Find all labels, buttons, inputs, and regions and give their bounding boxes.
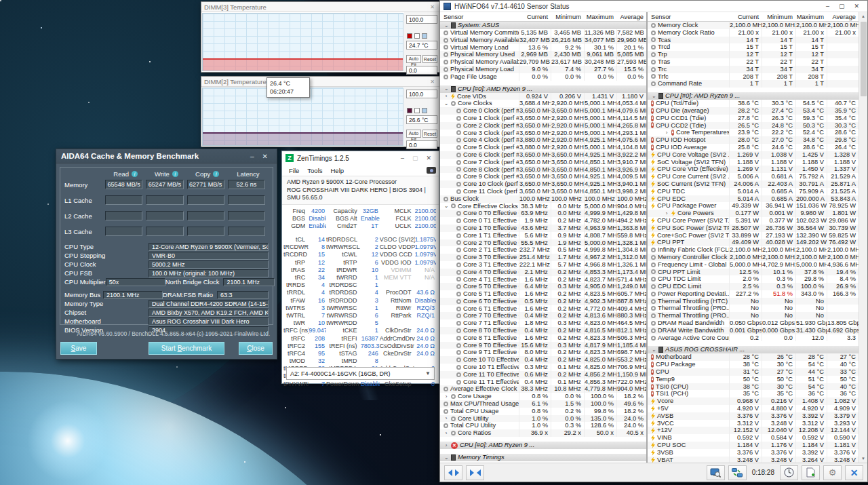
sensor-row[interactable]: Core 7 T1 Effective Cl...1.8 MHz0.3 MHz4… xyxy=(440,319,646,327)
sensor-row[interactable]: CPU SOC1.184 V1.176 V1.184 V1.181 V xyxy=(648,442,859,449)
sensor-row[interactable]: Virtual Memory Committed5,135 MB3,465 MB… xyxy=(440,29,646,37)
sensor-row[interactable]: Physical Memory Available29,709 MB23,617… xyxy=(440,58,646,66)
sensor-row[interactable]: Trfc208 T208 T208 T xyxy=(648,73,859,81)
sensor-row[interactable]: 3VCC3.312 V3.248 V3.312 V3.293 V xyxy=(648,420,859,427)
sensor-row[interactable]: +12V12.152 V12.040 V12.208 V12.144 V xyxy=(648,427,859,434)
grid-color-swatch[interactable] xyxy=(422,33,427,39)
sensor-row[interactable]: Average Active Core Count0.20.012.03.3 xyxy=(648,334,859,342)
settings-button[interactable]: ⚙ xyxy=(823,465,842,480)
sensor-row[interactable]: Tcas14 T14 T14 T xyxy=(648,37,859,44)
sensor-section-row[interactable]: ⌄CPU [#0]: AMD Ryzen 9 ... xyxy=(648,92,859,100)
sensor-row[interactable]: Core 3 T1 Effective Cl...222.1 MHz5.7 MH… xyxy=(440,261,646,269)
grid-color-swatch[interactable] xyxy=(422,108,427,113)
sensor-row[interactable]: Power Reporting Deviati...227.2 %51.8 %3… xyxy=(648,290,859,298)
start-benchmark-button[interactable]: Start Benchmark xyxy=(149,342,224,355)
sensor-row[interactable]: Core 4 T1 Effective Cl...1.6 MHz0.2 MHz4… xyxy=(440,276,646,284)
dimm3-ymax-field[interactable]: 100.0 xyxy=(406,15,437,24)
dimm3-ymin-field[interactable]: 0.0 xyxy=(406,66,437,75)
sensor-row[interactable]: Core 2 T0 Effective Cl...55.5 MHz1.9 MHz… xyxy=(440,239,646,247)
sensor-row[interactable]: CPU31 °C27 °C44 °C33 °C xyxy=(648,368,859,376)
sensor-row[interactable]: ›Core Usage0.8 %0.0 %100.0 %18.2 % xyxy=(440,393,646,400)
sensor-section-row[interactable]: ⌄Memory Timings xyxy=(440,454,646,461)
sensor-row[interactable]: 3VSB3.376 V3.376 V3.392 V3.376 V xyxy=(648,449,859,457)
dimm2-ymax-field[interactable]: 100.0 xyxy=(406,90,437,98)
expand-icon[interactable]: ⌄ xyxy=(443,100,449,107)
sensor-row[interactable]: Core 11 T0 Effective ...0.6 MHz0.2 MHz4,… xyxy=(440,371,646,379)
sensor-row[interactable]: Core 8 Clock (perf #1...3,650.0 MHz3,650… xyxy=(440,166,646,174)
sensor-row[interactable]: CPU Core VID (Effective)1.269 V1.131 V1.… xyxy=(648,166,859,173)
save-button[interactable]: Save xyxy=(60,342,97,355)
sensor-row[interactable]: VBAT3.248 V3.248 V3.264 V3.248 V xyxy=(648,457,859,463)
autofit-button[interactable]: Auto Fit xyxy=(406,55,421,63)
sensor-row[interactable]: Core 9 Clock (perf #6...3,650.0 MHz3,650… xyxy=(440,173,646,180)
sensor-row[interactable]: Average Effective Clock38.3 MHz10.8 MHz4… xyxy=(440,385,646,393)
collapse-columns-button[interactable] xyxy=(466,465,484,480)
sensor-row[interactable]: Thermal Throttling (HTC)NoNoNo xyxy=(648,298,859,305)
aida64-titlebar[interactable]: AIDA64 Cache & Memory Benchmark – ✕ xyxy=(56,149,277,163)
reset-button[interactable]: Reset xyxy=(422,130,437,138)
sensor-row[interactable]: CPU Package38 °C30 °C54 °C40 °C xyxy=(648,361,859,368)
sensor-row[interactable]: Core 0 T1 Effective Cl...1.9 MHz0.2 MHz4… xyxy=(440,217,646,225)
sensor-row[interactable]: Motherboard28 °C26 °C28 °C27 °C xyxy=(648,353,859,361)
sensor-row[interactable]: Core 10 T0 Effective ...0.4 MHz0.2 MHz4,… xyxy=(440,356,646,364)
series-color-swatch[interactable] xyxy=(407,33,412,39)
menu-help[interactable]: Help xyxy=(327,167,349,174)
minimize-button[interactable]: – xyxy=(246,153,258,160)
sensor-row[interactable]: CPU PPT49.409 W40.028 W149.202 W76.492 W xyxy=(648,239,859,246)
close-button[interactable]: Close xyxy=(239,342,273,355)
close-button[interactable]: ✕ xyxy=(849,3,864,9)
scroll-down-icon[interactable]: ▼ xyxy=(861,454,865,463)
minimize-button[interactable]: – xyxy=(397,155,408,161)
sensor-row[interactable]: SoC Voltage (SVI2 TFN)1.188 V1.188 V1.18… xyxy=(648,159,859,166)
sensor-row[interactable]: Frequency Limit - Global5,000.0 MHz4,702… xyxy=(648,261,859,269)
expand-columns-button[interactable] xyxy=(444,465,462,480)
sensor-row[interactable]: Command Rate1 T1 T1 T xyxy=(648,80,859,88)
menu-tools[interactable]: Tools xyxy=(303,167,326,174)
sensor-row[interactable]: Trcd15 T15 T15 T xyxy=(648,43,859,51)
sensor-row[interactable]: Core 5 T1 Effective Cl...1.6 MHz0.2 MHz4… xyxy=(440,290,646,298)
expand-icon[interactable]: › xyxy=(664,130,669,136)
vertical-scrollbar[interactable]: ▲ ▼ xyxy=(859,12,867,463)
sensor-row[interactable]: Page File Usage0.0 %0.0 %0.0 %0.0 % xyxy=(440,73,646,81)
expand-icon[interactable]: › xyxy=(443,393,449,400)
dimm2-ymin-field[interactable]: 0.0 xyxy=(406,140,437,149)
sensor-row[interactable]: CPU TDC Limit2.0 %0.3 %29.8 %8.4 % xyxy=(648,275,859,283)
clock-button[interactable] xyxy=(780,465,798,480)
sensor-row[interactable]: Core 0 T0 Effective Cl...63.9 MHz0.0 MHz… xyxy=(440,210,646,217)
sensor-row[interactable]: CPU Package Power49.339 W36.941 W151.036… xyxy=(648,202,859,210)
sensor-row[interactable]: Vcore0.968 V0.216 V1.408 V1.082 V xyxy=(648,397,859,405)
sensor-section-row[interactable]: ⌄System: ASUS xyxy=(440,22,646,29)
sensor-row[interactable]: Physical Memory Load9.0 %7.4 %27.7 %15.5… xyxy=(440,66,646,73)
screenshot-icon[interactable] xyxy=(427,167,436,174)
close-button[interactable]: ✕ xyxy=(422,155,435,161)
sensor-row[interactable]: Core 10 Clock (perf #...3,650.0 MHz3,650… xyxy=(440,180,646,188)
expand-icon[interactable]: › xyxy=(443,415,449,422)
sensor-row[interactable]: ›Core Powers0.177 W0.001 W9.980 W1.801 W xyxy=(648,210,859,217)
sensor-row[interactable]: Bus Clock100.0 MHz100.0 MHz100.0 MHz100.… xyxy=(440,195,646,203)
sensor-row[interactable]: Core 11 T1 Effective ...0.4 MHz0.1 MHz4,… xyxy=(440,379,646,386)
sensor-row[interactable]: Memory Clock2,100.0 MHz2,100.0 MHz2,100.… xyxy=(648,22,859,29)
sensor-row[interactable]: CPU IOD Hotspot28.0 °C27.0 °C34.8 °C29.8… xyxy=(648,136,859,144)
sensor-row[interactable]: Core+SoC Power (SVI2 T...33.899 W27.193 … xyxy=(648,232,859,239)
sensor-row[interactable]: Total CPU Usage0.8 %0.2 %99.8 %18.2 % xyxy=(440,408,646,415)
sensor-row[interactable]: Thermal Throttling (PRO...NoNoNo xyxy=(648,305,859,312)
sensor-row[interactable]: Core 6 T1 Effective Cl...1.6 MHz0.2 MHz4… xyxy=(440,305,646,313)
info-icon[interactable]: i xyxy=(132,171,138,177)
column-header-row[interactable]: Sensor Current Minimum Maximum Average xyxy=(440,12,646,22)
sensor-row[interactable]: Core 9 T0 Effective Cl...15.6 MHz0.3 MHz… xyxy=(440,342,646,349)
expand-icon[interactable]: ⌄ xyxy=(651,93,656,100)
dimm2-titlebar[interactable]: DIMM[2] Temperature ✕ xyxy=(201,77,439,87)
sensor-row[interactable]: SoC Current (SVI2 TFN)24.006 A22.403 A30… xyxy=(648,180,859,188)
expand-icon[interactable]: ⌄ xyxy=(651,347,656,353)
sensor-row[interactable]: ›Core Utility1.0 %0.0 %135.0 %24.0 % xyxy=(440,415,646,423)
sensor-row[interactable]: CPU CCD1 (Tdie)27.8 °C26.3 °C59.3 °C35.4… xyxy=(648,115,859,122)
sensor-row[interactable]: CPU Core Voltage (SVI2 ...1.269 V1.038 V… xyxy=(648,151,859,159)
zentimings-titlebar[interactable]: Z ZenTimings 1.2.5 – ▢ ✕ xyxy=(282,151,439,165)
sensor-row[interactable]: Core 9 T1 Effective Cl...8.0 MHz0.2 MHz4… xyxy=(440,349,646,356)
sensor-row[interactable]: DRAM Read Bandwidth0.050 Gbps0.012 Gbps5… xyxy=(648,319,859,327)
expand-icon[interactable]: › xyxy=(443,430,449,437)
sensor-row[interactable]: ›Core Ratios36.9 x29.2 x50.0 x40.5 x xyxy=(440,429,646,437)
minimize-button[interactable]: – xyxy=(821,3,834,9)
sensor-row[interactable]: Max CPU/Thread Usage6.1 %1.5 %100.0 %49.… xyxy=(440,400,646,408)
sensor-row[interactable]: Core 3 T0 Effective Cl...251.4 MHz1.7 MH… xyxy=(440,254,646,261)
